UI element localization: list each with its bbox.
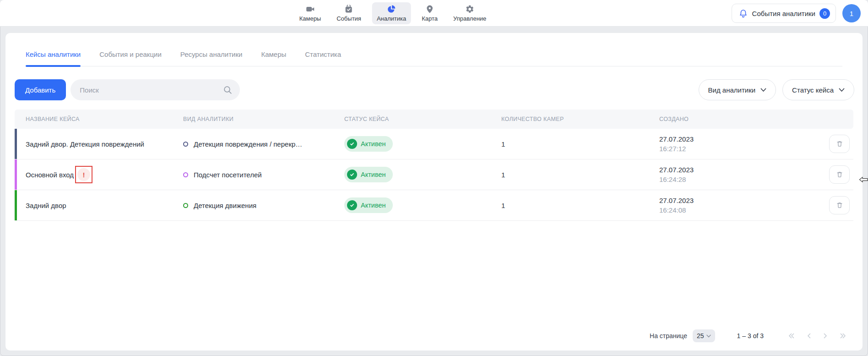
- column-case-name: НАЗВАНИЕ КЕЙСА: [15, 116, 183, 122]
- trash-icon: [835, 201, 844, 209]
- search-input[interactable]: [80, 86, 223, 94]
- case-status-filter[interactable]: Статус кейса: [782, 79, 854, 100]
- status-badge: Активен: [344, 167, 393, 182]
- page-range: 1 – 3 of 3: [737, 332, 764, 340]
- tab-statistics[interactable]: Статистика: [305, 50, 341, 66]
- status-badge: Активен: [344, 136, 393, 152]
- created-date: 27.07.2023: [659, 197, 819, 204]
- nav-item-management[interactable]: Управление: [449, 2, 491, 24]
- row-color-bar: [15, 129, 17, 159]
- nav-label: Аналитика: [377, 15, 406, 22]
- analytics-type-icon: [183, 172, 188, 177]
- check-icon: [347, 139, 357, 149]
- analytics-type: Подсчет посетителей: [194, 171, 262, 179]
- cases-table: НАЗВАНИЕ КЕЙСА ВИД АНАЛИТИКИ СТАТУС КЕЙС…: [15, 110, 853, 324]
- analytics-type-filter[interactable]: Вид аналитики: [699, 79, 776, 100]
- column-camera-count: КОЛИЧЕСТВО КАМЕР: [501, 116, 659, 122]
- table-row[interactable]: Задний двор. Детекция повреждений Детекц…: [15, 129, 853, 159]
- camera-count: 1: [501, 140, 659, 148]
- analytics-events-button[interactable]: События аналитики 0: [732, 4, 836, 23]
- nav-label: Камеры: [299, 15, 321, 22]
- nav-label: События: [336, 15, 361, 22]
- pager-controls: [787, 332, 847, 340]
- add-button[interactable]: Добавить: [15, 79, 66, 100]
- status-label: Активен: [361, 202, 386, 209]
- case-name: Задний двор. Детекция повреждений: [26, 140, 144, 148]
- column-analytics-type: ВИД АНАЛИТИКИ: [183, 116, 344, 122]
- created-time: 16:24:08: [659, 206, 819, 214]
- camera-count: 1: [501, 202, 659, 209]
- case-name: Основной вход: [26, 171, 74, 179]
- nav-item-cameras[interactable]: Камеры: [295, 2, 326, 24]
- per-page-label: На странице: [650, 332, 687, 340]
- map-pin-icon: [425, 5, 435, 14]
- analytics-type: Детекция повреждения / перекр…: [194, 140, 302, 148]
- search-icon: [223, 85, 233, 95]
- gear-icon: [465, 5, 475, 14]
- table-header: НАЗВАНИЕ КЕЙСА ВИД АНАЛИТИКИ СТАТУС КЕЙС…: [15, 110, 853, 129]
- trash-icon: [835, 140, 844, 148]
- nav-label: Управление: [453, 15, 486, 22]
- delete-button[interactable]: [829, 165, 850, 184]
- search-box: [71, 79, 240, 100]
- last-page-button[interactable]: [839, 332, 847, 340]
- avatar[interactable]: 1: [842, 4, 861, 22]
- tab-events-reactions[interactable]: События и реакции: [99, 50, 162, 66]
- mouse-cursor: [859, 176, 868, 183]
- nav-item-map[interactable]: Карта: [417, 2, 442, 24]
- analytics-type-icon: [183, 203, 188, 208]
- toolbar: Добавить Вид аналитики Статус кейса: [15, 79, 854, 100]
- per-page-select[interactable]: 25: [693, 329, 715, 342]
- tab-analytics-resources[interactable]: Ресурсы аналитики: [180, 50, 243, 66]
- column-created: СОЗДАНО: [659, 116, 819, 122]
- pagination: На странице 25 1 – 3 of 3: [5, 324, 863, 351]
- row-color-bar: [15, 159, 17, 190]
- chevron-down-icon: [760, 88, 766, 92]
- chevron-down-icon: [839, 88, 845, 92]
- tab-cameras[interactable]: Камеры: [261, 50, 286, 66]
- case-name: Задний двор: [26, 202, 66, 209]
- nav-item-analytics[interactable]: Аналитика: [372, 2, 411, 24]
- analytics-type: Детекция движения: [194, 202, 256, 209]
- pie-chart-icon: [386, 5, 396, 14]
- created-time: 16:27:12: [659, 145, 819, 153]
- tab-bar: Кейсы аналитики События и реакции Ресурс…: [26, 33, 842, 66]
- warning-highlight-box: !: [75, 166, 92, 183]
- warning-icon: !: [77, 168, 90, 181]
- row-color-bar: [15, 190, 17, 220]
- check-icon: [347, 170, 357, 180]
- first-page-button[interactable]: [787, 332, 795, 340]
- delete-button[interactable]: [829, 196, 850, 214]
- status-label: Активен: [361, 171, 386, 178]
- trash-icon: [835, 170, 844, 179]
- nav-label: Карта: [422, 15, 438, 22]
- status-badge: Активен: [344, 197, 393, 213]
- prev-page-button[interactable]: [806, 332, 812, 340]
- events-icon: [344, 5, 354, 14]
- column-case-status: СТАТУС КЕЙСА: [344, 116, 501, 122]
- chevron-down-icon: [706, 334, 711, 338]
- camera-icon: [305, 5, 315, 14]
- created-date: 27.07.2023: [659, 135, 819, 143]
- tab-analytics-cases[interactable]: Кейсы аналитики: [26, 50, 81, 66]
- table-row[interactable]: Задний двор Детекция движения Активен 1 …: [15, 190, 853, 221]
- analytics-events-label: События аналитики: [752, 10, 815, 17]
- created-time: 16:24:28: [659, 175, 819, 183]
- analytics-panel: Кейсы аналитики События и реакции Ресурс…: [5, 33, 863, 351]
- nav-item-events[interactable]: События: [332, 2, 366, 24]
- status-label: Активен: [361, 140, 386, 148]
- top-bar: Камеры События Аналитика Карта Управлени: [0, 0, 868, 27]
- main-nav: Камеры События Аналитика Карта Управлени: [295, 0, 491, 27]
- next-page-button[interactable]: [823, 332, 828, 340]
- analytics-type-icon: [183, 142, 188, 147]
- delete-button[interactable]: [829, 135, 850, 153]
- camera-count: 1: [501, 171, 659, 179]
- table-row[interactable]: Основной вход ! Подсчет посетителей Акти…: [15, 159, 853, 190]
- check-icon: [347, 200, 357, 210]
- created-date: 27.07.2023: [659, 166, 819, 174]
- top-bar-right: События аналитики 0 1: [732, 0, 861, 27]
- bell-icon: [738, 9, 748, 18]
- notification-count-badge: 0: [819, 8, 830, 19]
- filters: Вид аналитики Статус кейса: [699, 79, 854, 100]
